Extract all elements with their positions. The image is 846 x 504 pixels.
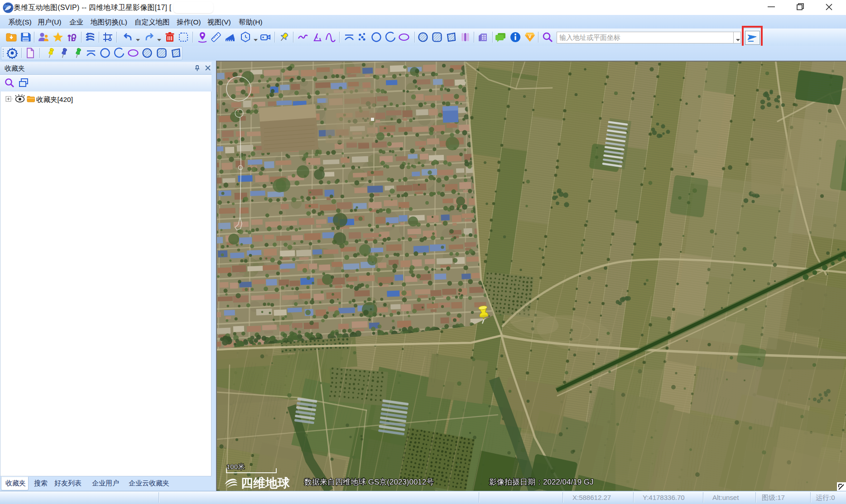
svg-text:数据来自四维地球 GS京(2023)0012号: 数据来自四维地球 GS京(2023)0012号 (304, 478, 434, 486)
svg-text:四维地球: 四维地球 (241, 476, 290, 490)
svg-text:影像拍摄日期：2022/04/19 GJ: 影像拍摄日期：2022/04/19 GJ (489, 478, 594, 486)
svg-text:100米: 100米 (226, 463, 245, 470)
svg-text:V: V (529, 34, 532, 39)
